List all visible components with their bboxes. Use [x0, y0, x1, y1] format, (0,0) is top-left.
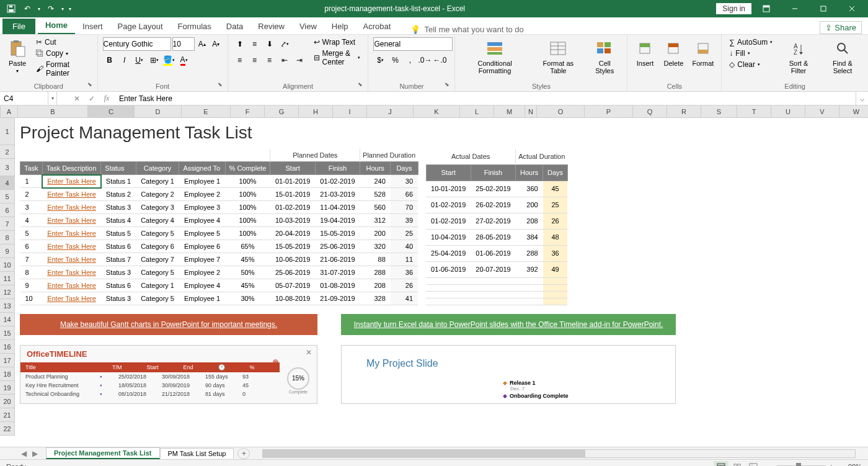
task-description-cell[interactable]: Enter Task Here: [42, 279, 101, 292]
table-row[interactable]: 10-01-2019 25-02-2019 360 45: [426, 181, 567, 197]
formula-input[interactable]: Enter Task Here: [114, 92, 856, 105]
row-header-18[interactable]: 18: [0, 367, 15, 381]
task-description-cell[interactable]: Enter Task Here: [42, 253, 101, 266]
align-center-button[interactable]: ≡: [248, 53, 262, 67]
col-header-U[interactable]: U: [771, 105, 805, 118]
row-header-20[interactable]: 20: [0, 395, 15, 408]
col-header-E[interactable]: E: [182, 105, 231, 118]
number-launcher[interactable]: ⬊: [445, 81, 453, 90]
table-row[interactable]: 5 Enter Task Here Status 5 Category 5 Em…: [20, 227, 418, 240]
tab-file[interactable]: File: [2, 19, 35, 34]
row-header-4[interactable]: 4: [0, 176, 15, 190]
copy-button[interactable]: ⿻Copy▾: [33, 48, 92, 58]
row-header-2[interactable]: 2: [0, 145, 15, 159]
sheet-nav-prev[interactable]: ◀: [19, 449, 29, 458]
col-header-K[interactable]: K: [414, 105, 460, 118]
col-header-Q[interactable]: Q: [633, 105, 667, 118]
find-select-button[interactable]: Find & Select: [822, 37, 863, 76]
zoom-in-button[interactable]: +: [830, 463, 833, 467]
border-button[interactable]: ⊞▾: [148, 53, 161, 67]
col-header-O[interactable]: O: [537, 105, 585, 118]
italic-button[interactable]: I: [118, 53, 131, 67]
table-row[interactable]: 01-02-2019 27-02-2019 208 26: [426, 213, 567, 229]
page-layout-view-button[interactable]: [730, 461, 745, 467]
row-header-5[interactable]: 5: [0, 190, 15, 204]
tab-help[interactable]: Help: [324, 19, 356, 34]
task-description-cell[interactable]: Enter Task Here: [42, 227, 101, 240]
increase-font-button[interactable]: A▴: [196, 37, 209, 51]
cut-button[interactable]: ✂Cut: [33, 37, 92, 47]
tab-page-layout[interactable]: Page Layout: [110, 19, 170, 34]
task-description-cell[interactable]: Enter Task Here: [42, 240, 101, 253]
font-color-button[interactable]: A▾: [177, 53, 191, 67]
trash-icon[interactable]: 🗑: [272, 358, 280, 367]
row-header-11[interactable]: 11: [0, 272, 15, 285]
clipboard-launcher[interactable]: ⬊: [87, 81, 96, 90]
table-row[interactable]: 4 Enter Task Here Status 4 Category 4 Em…: [20, 214, 418, 227]
page-break-view-button[interactable]: [746, 461, 761, 467]
delete-cells-button[interactable]: Delete: [661, 37, 686, 68]
col-header-N[interactable]: N: [525, 105, 537, 118]
decrease-indent-button[interactable]: ⇤: [278, 53, 291, 67]
row-header-1[interactable]: 1: [0, 118, 15, 145]
fill-color-button[interactable]: 🪣▾: [162, 53, 176, 67]
sort-filter-button[interactable]: AZSort & Filter: [780, 37, 817, 76]
task-description-cell[interactable]: Enter Task Here: [42, 214, 101, 227]
row-header-19[interactable]: 19: [0, 381, 15, 395]
col-header-T[interactable]: T: [737, 105, 771, 118]
task-description-cell[interactable]: Enter Task Here: [42, 201, 101, 214]
redo-dropdown[interactable]: ▾: [60, 2, 66, 16]
row-header-12[interactable]: 12: [0, 285, 15, 299]
save-button[interactable]: [4, 2, 19, 16]
table-row[interactable]: 2 Enter Task Here Status 2 Category 2 Em…: [20, 188, 418, 201]
name-box-dropdown[interactable]: ▾: [48, 92, 57, 105]
col-header-H[interactable]: H: [299, 105, 333, 118]
col-header-R[interactable]: R: [667, 105, 701, 118]
tab-view[interactable]: View: [292, 19, 324, 34]
table-row[interactable]: 8 Enter Task Here Status 3 Category 5 Em…: [20, 266, 418, 279]
horizontal-scrollbar[interactable]: [262, 449, 856, 458]
normal-view-button[interactable]: [714, 461, 728, 467]
tab-formulas[interactable]: Formulas: [170, 19, 219, 34]
col-header-S[interactable]: S: [701, 105, 737, 118]
row-header-3[interactable]: 3: [0, 159, 15, 176]
row-header-15[interactable]: 15: [0, 326, 15, 340]
sheet-tab-1[interactable]: Project Management Task List: [46, 447, 160, 459]
col-header-J[interactable]: J: [367, 105, 414, 118]
font-size-select[interactable]: [172, 37, 195, 51]
table-row[interactable]: [426, 284, 567, 291]
cancel-formula-button[interactable]: ✕: [69, 92, 84, 105]
number-format-select[interactable]: [373, 37, 453, 51]
bold-button[interactable]: B: [103, 53, 117, 67]
paste-button[interactable]: Paste ▾: [5, 37, 30, 75]
row-header-13[interactable]: 13: [0, 299, 15, 313]
font-name-select[interactable]: [103, 37, 171, 51]
decrease-font-button[interactable]: A▾: [210, 37, 223, 51]
tab-acrobat[interactable]: Acrobat: [356, 19, 399, 34]
share-button[interactable]: ⇪ Share: [820, 21, 862, 34]
col-header-W[interactable]: W: [839, 105, 868, 118]
sheet-tab-2[interactable]: PM Task List Setup: [160, 448, 234, 459]
autosum-button[interactable]: ∑AutoSum▾: [727, 37, 775, 47]
name-box[interactable]: C4: [0, 92, 48, 105]
col-header-F[interactable]: F: [231, 105, 265, 118]
alignment-launcher[interactable]: ⬊: [358, 81, 366, 90]
table-row[interactable]: 01-02-2019 26-02-2019 200 25: [426, 197, 567, 213]
wrap-text-button[interactable]: ↩Wrap Text: [311, 37, 363, 47]
maximize-button[interactable]: [810, 0, 837, 17]
row-header-7[interactable]: 7: [0, 217, 15, 231]
row-header-16[interactable]: 16: [0, 340, 15, 354]
col-header-D[interactable]: D: [135, 105, 182, 118]
task-description-cell[interactable]: Enter Task Here: [42, 266, 101, 279]
row-header-17[interactable]: 17: [0, 354, 15, 367]
close-button[interactable]: [838, 0, 866, 17]
col-header-P[interactable]: P: [585, 105, 633, 118]
table-row[interactable]: 9 Enter Task Here Status 6 Category 1 Em…: [20, 279, 418, 292]
font-launcher[interactable]: ⬊: [218, 81, 226, 90]
col-header-V[interactable]: V: [805, 105, 839, 118]
cell-styles-button[interactable]: Cell Styles: [587, 37, 622, 76]
office-timeline-banner-link[interactable]: Instantly turn Excel data into PowerPoin…: [341, 314, 676, 335]
col-header-G[interactable]: G: [265, 105, 299, 118]
decrease-decimal-button[interactable]: ←.0: [433, 53, 446, 67]
row-header-9[interactable]: 9: [0, 244, 15, 258]
